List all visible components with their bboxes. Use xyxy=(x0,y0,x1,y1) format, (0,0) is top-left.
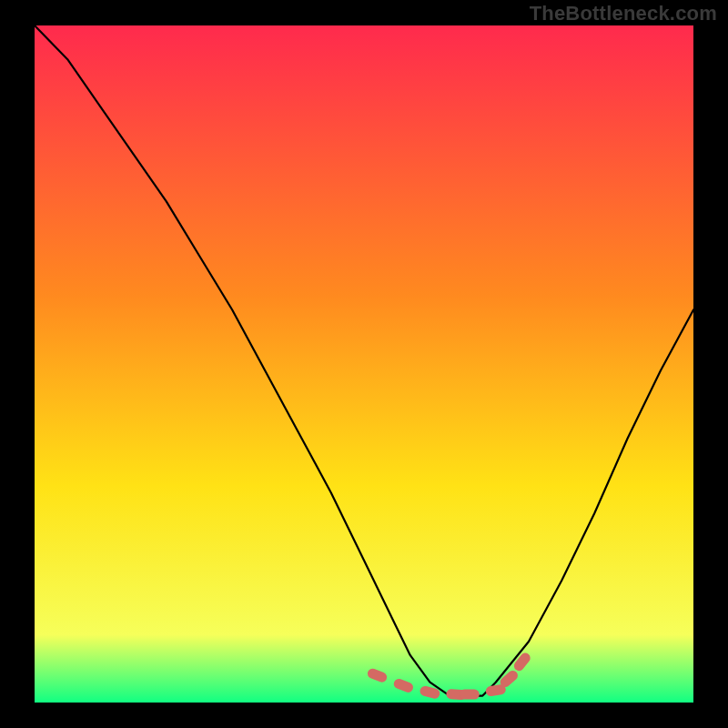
marker-dot xyxy=(460,690,480,700)
plot-background xyxy=(35,25,693,703)
chart-stage: TheBottleneck.com xyxy=(0,0,728,728)
watermark-text: TheBottleneck.com xyxy=(530,2,717,25)
plot-svg xyxy=(0,0,728,728)
